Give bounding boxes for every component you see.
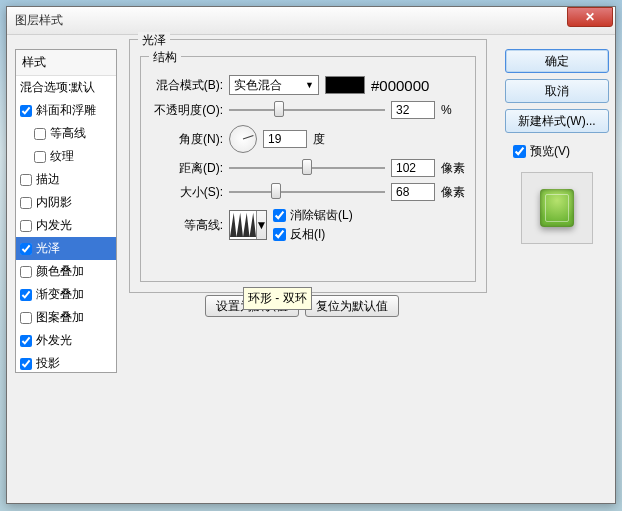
blending-options-item[interactable]: 混合选项:默认 <box>16 76 116 99</box>
right-column: 确定 取消 新建样式(W)... 预览(V) <box>505 49 609 250</box>
layer-style-dialog: 图层样式 ✕ 样式 混合选项:默认 斜面和浮雕 等高线 纹理 描边 内阴影 内发… <box>6 6 616 504</box>
distance-unit: 像素 <box>441 160 471 177</box>
contour-label: 等高线: <box>145 217 223 234</box>
style-item-contour[interactable]: 等高线 <box>16 122 116 145</box>
angle-label: 角度(N): <box>145 131 223 148</box>
style-check-gradient-overlay[interactable] <box>20 289 32 301</box>
style-item-inner-glow[interactable]: 内发光 <box>16 214 116 237</box>
style-check-inner-glow[interactable] <box>20 220 32 232</box>
satin-panel: 光泽 结构 混合模式(B): 实色混合▼ #000000 不透明度(O): 32… <box>129 39 487 293</box>
style-check-inner-shadow[interactable] <box>20 197 32 209</box>
distance-input[interactable]: 102 <box>391 159 435 177</box>
styles-list: 样式 混合选项:默认 斜面和浮雕 等高线 纹理 描边 内阴影 内发光 光泽 颜色… <box>15 49 117 373</box>
distance-slider[interactable] <box>229 159 385 177</box>
contour-preview <box>230 211 256 239</box>
preview-checkbox[interactable]: 预览(V) <box>513 143 609 160</box>
panel-title: 光泽 <box>138 32 170 49</box>
ok-button[interactable]: 确定 <box>505 49 609 73</box>
style-item-bevel[interactable]: 斜面和浮雕 <box>16 99 116 122</box>
structure-label: 结构 <box>149 49 181 66</box>
close-icon: ✕ <box>585 10 595 24</box>
color-hex: #000000 <box>371 77 429 94</box>
cancel-button[interactable]: 取消 <box>505 79 609 103</box>
style-item-color-overlay[interactable]: 颜色叠加 <box>16 260 116 283</box>
angle-row: 角度(N): 19 度 <box>145 125 471 153</box>
blend-mode-label: 混合模式(B): <box>145 77 223 94</box>
style-check-contour[interactable] <box>34 128 46 140</box>
style-item-drop-shadow[interactable]: 投影 <box>16 352 116 375</box>
chevron-down-icon: ▼ <box>305 80 314 90</box>
window-title: 图层样式 <box>15 12 567 29</box>
opacity-slider[interactable] <box>229 101 385 119</box>
style-item-gradient-overlay[interactable]: 渐变叠加 <box>16 283 116 306</box>
titlebar[interactable]: 图层样式 ✕ <box>7 7 615 35</box>
color-swatch[interactable] <box>325 76 365 94</box>
style-item-stroke[interactable]: 描边 <box>16 168 116 191</box>
dialog-body: 样式 混合选项:默认 斜面和浮雕 等高线 纹理 描边 内阴影 内发光 光泽 颜色… <box>7 35 615 503</box>
blend-mode-select[interactable]: 实色混合▼ <box>229 75 319 95</box>
size-unit: 像素 <box>441 184 471 201</box>
styles-header[interactable]: 样式 <box>16 50 116 76</box>
opacity-unit: % <box>441 103 471 117</box>
invert-checkbox[interactable]: 反相(I) <box>273 226 353 243</box>
style-check-stroke[interactable] <box>20 174 32 186</box>
preview-thumbnail <box>540 189 574 227</box>
contour-dropdown[interactable]: ▼ <box>256 211 266 239</box>
contour-row: 等高线: ▼ 消除锯齿(L) 反相(I) <box>145 207 471 243</box>
blend-mode-row: 混合模式(B): 实色混合▼ #000000 <box>145 75 471 95</box>
distance-row: 距离(D): 102 像素 <box>145 159 471 177</box>
opacity-label: 不透明度(O): <box>145 102 223 119</box>
contour-tooltip: 环形 - 双环 <box>243 287 312 310</box>
style-check-texture[interactable] <box>34 151 46 163</box>
new-style-button[interactable]: 新建样式(W)... <box>505 109 609 133</box>
style-check-color-overlay[interactable] <box>20 266 32 278</box>
style-item-inner-shadow[interactable]: 内阴影 <box>16 191 116 214</box>
size-slider[interactable] <box>229 183 385 201</box>
style-item-pattern-overlay[interactable]: 图案叠加 <box>16 306 116 329</box>
style-item-outer-glow[interactable]: 外发光 <box>16 329 116 352</box>
size-row: 大小(S): 68 像素 <box>145 183 471 201</box>
style-check-outer-glow[interactable] <box>20 335 32 347</box>
distance-label: 距离(D): <box>145 160 223 177</box>
preview-swatch <box>521 172 593 244</box>
style-check-pattern-overlay[interactable] <box>20 312 32 324</box>
close-button[interactable]: ✕ <box>567 7 613 27</box>
opacity-input[interactable]: 32 <box>391 101 435 119</box>
size-label: 大小(S): <box>145 184 223 201</box>
reset-default-button[interactable]: 复位为默认值 <box>305 295 399 317</box>
structure-group: 结构 混合模式(B): 实色混合▼ #000000 不透明度(O): 32 % … <box>140 56 476 282</box>
contour-picker[interactable]: ▼ <box>229 210 267 240</box>
angle-input[interactable]: 19 <box>263 130 307 148</box>
style-check-satin[interactable] <box>20 243 32 255</box>
size-input[interactable]: 68 <box>391 183 435 201</box>
angle-dial[interactable] <box>229 125 257 153</box>
opacity-row: 不透明度(O): 32 % <box>145 101 471 119</box>
anti-alias-checkbox[interactable]: 消除锯齿(L) <box>273 207 353 224</box>
chevron-down-icon: ▼ <box>256 218 268 232</box>
style-item-satin[interactable]: 光泽 <box>16 237 116 260</box>
style-check-drop-shadow[interactable] <box>20 358 32 370</box>
style-check-bevel[interactable] <box>20 105 32 117</box>
style-item-texture[interactable]: 纹理 <box>16 145 116 168</box>
angle-unit: 度 <box>313 131 343 148</box>
